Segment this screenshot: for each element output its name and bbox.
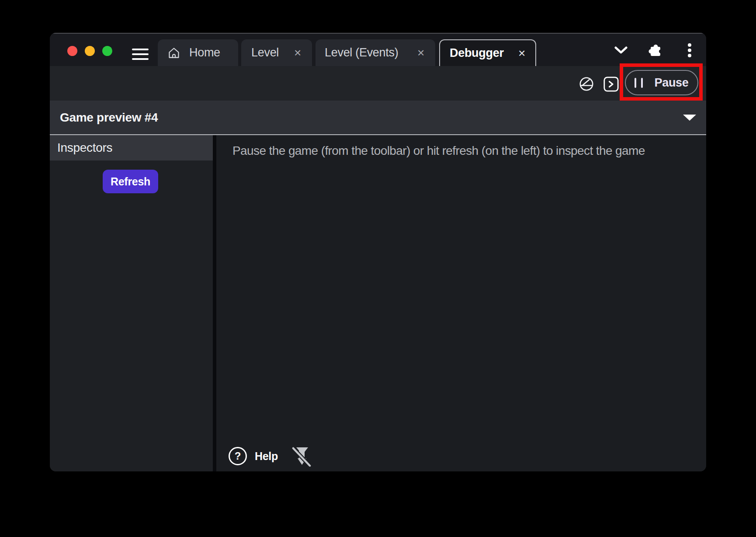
game-preview-selector[interactable]: Game preview #4 bbox=[50, 101, 706, 134]
pause-button[interactable]: Pause bbox=[625, 70, 698, 95]
extensions-puzzle-icon[interactable] bbox=[648, 43, 663, 58]
desktop-background: { "window": { "tabs": [ {"label": "Home"… bbox=[0, 0, 756, 537]
chevron-down-icon[interactable] bbox=[614, 46, 628, 54]
tab-bar: Home Level × Level (Events) × Debugger × bbox=[50, 33, 706, 66]
debugger-toolbar: Pause bbox=[50, 66, 706, 101]
tab-label: Level (Events) bbox=[325, 46, 398, 59]
tab-level-events[interactable]: Level (Events) × bbox=[316, 39, 435, 66]
pause-icon bbox=[635, 78, 643, 88]
minimize-window-button[interactable] bbox=[85, 46, 95, 56]
inspector-detail-panel: Pause the game (from the toolbar) or hit… bbox=[216, 135, 706, 471]
question-circle-icon: ? bbox=[229, 447, 247, 465]
pause-button-label: Pause bbox=[654, 76, 688, 90]
tab-home[interactable]: Home bbox=[158, 39, 238, 66]
refresh-button[interactable]: Refresh bbox=[103, 170, 158, 193]
maximize-window-button[interactable] bbox=[102, 46, 112, 56]
console-icon[interactable] bbox=[603, 77, 619, 92]
home-icon bbox=[167, 46, 180, 59]
close-window-button[interactable] bbox=[67, 46, 77, 56]
help-button[interactable]: ? Help bbox=[229, 447, 278, 465]
inspectors-header: Inspectors bbox=[50, 135, 213, 160]
close-tab-icon[interactable]: × bbox=[515, 46, 528, 61]
caret-down-icon bbox=[683, 115, 696, 121]
inspectors-panel: Inspectors Refresh bbox=[50, 135, 213, 471]
profiler-gauge-icon[interactable] bbox=[579, 77, 594, 91]
more-options-kebab-icon[interactable] bbox=[687, 43, 692, 57]
tab-debugger[interactable]: Debugger × bbox=[439, 39, 536, 66]
tab-label: Level bbox=[251, 46, 279, 59]
tab-level[interactable]: Level × bbox=[241, 39, 312, 66]
help-label: Help bbox=[255, 450, 278, 463]
window-controls bbox=[67, 46, 112, 56]
debugger-content: Inspectors Refresh Pause the game (from … bbox=[50, 135, 706, 471]
pin-off-icon[interactable] bbox=[292, 446, 311, 467]
close-tab-icon[interactable]: × bbox=[291, 45, 304, 60]
empty-state-message: Pause the game (from the toolbar) or hit… bbox=[232, 144, 645, 158]
bottom-actions: ? Help bbox=[229, 446, 311, 467]
app-window: Home Level × Level (Events) × Debugger × bbox=[50, 33, 706, 471]
tab-label: Home bbox=[189, 46, 220, 59]
main-menu-icon[interactable] bbox=[132, 49, 149, 60]
close-tab-icon[interactable]: × bbox=[414, 45, 427, 60]
inspectors-title: Inspectors bbox=[57, 141, 112, 155]
tab-label: Debugger bbox=[450, 46, 504, 60]
window-top-highlight bbox=[50, 33, 706, 34]
panel-divider[interactable] bbox=[213, 135, 216, 471]
game-preview-title: Game preview #4 bbox=[60, 101, 158, 134]
